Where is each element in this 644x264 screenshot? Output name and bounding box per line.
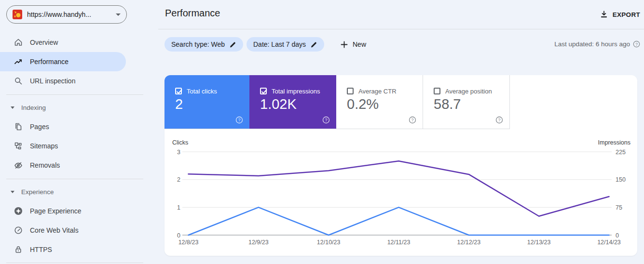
sidebar-section-indexing[interactable]: Indexing [0, 100, 126, 115]
checkbox-icon[interactable] [260, 88, 267, 94]
sidebar-item-overview[interactable]: Overview [0, 33, 126, 52]
metric-value: 58.7 [434, 96, 461, 112]
home-icon [14, 38, 23, 47]
metric-label: Total impressions [272, 88, 320, 95]
sidebar-item-https[interactable]: HTTPS [0, 240, 126, 259]
metric-card-total-impressions[interactable]: Total impressions 1.02K ? [249, 75, 336, 129]
sidebar-item-page-experience[interactable]: Page Experience [0, 201, 126, 221]
help-icon[interactable]: ? [409, 116, 416, 124]
chevron-down-icon [116, 13, 121, 16]
last-updated-text: Last updated: 6 hours ago [554, 40, 630, 48]
sidebar-item-sitemaps[interactable]: Sitemaps [0, 136, 126, 156]
sidebar-item-label: Core Web Vitals [30, 226, 79, 234]
sidebar-item-label: Overview [30, 39, 58, 46]
svg-text:1: 1 [177, 204, 180, 211]
checkbox-icon[interactable] [434, 88, 440, 94]
metric-card-average-position[interactable]: Average position 58.7 ? [423, 75, 510, 129]
performance-chart: 012307515022512/8/2312/9/2312/10/2312/11… [164, 145, 637, 256]
sidebar-item-label: Removals [30, 161, 60, 169]
sidebar-divider [6, 94, 143, 95]
svg-text:12/13/23: 12/13/23 [527, 239, 551, 246]
sidebar-item-core-web-vitals[interactable]: Core Web Vitals [0, 221, 126, 240]
sidebar-item-label: HTTPS [30, 246, 52, 253]
svg-text:12/12/23: 12/12/23 [457, 239, 480, 246]
sidebar-section-experience[interactable]: Experience [0, 184, 126, 199]
svg-text:?: ? [325, 118, 327, 122]
sidebar-item-url-inspection[interactable]: URL inspection [0, 71, 126, 91]
svg-text:0: 0 [616, 232, 619, 239]
checkbox-icon[interactable] [175, 88, 182, 94]
download-icon [600, 11, 608, 18]
triangle-collapse-icon [11, 191, 14, 193]
svg-text:12/14/23: 12/14/23 [597, 239, 621, 246]
sidebar-item-label: Performance [30, 58, 69, 66]
export-label: EXPORT [613, 11, 640, 18]
svg-text:2: 2 [177, 176, 180, 183]
triangle-collapse-icon [11, 106, 14, 109]
section-label: Indexing [21, 104, 46, 111]
svg-text:12/9/23: 12/9/23 [248, 239, 269, 246]
site-favicon-icon [13, 10, 22, 19]
export-button[interactable]: EXPORT [600, 9, 640, 20]
cards-divider [164, 129, 510, 129]
performance-icon [14, 57, 23, 66]
metric-label: Average position [445, 88, 492, 95]
svg-text:3: 3 [177, 149, 180, 156]
section-label: Experience [21, 188, 54, 196]
sidebar-item-label: Page Experience [30, 207, 82, 215]
plus-icon [340, 40, 348, 49]
svg-text:?: ? [238, 118, 240, 122]
sidebar-divider [6, 179, 143, 179]
sidebar-item-label: Pages [30, 123, 49, 131]
checkmark-icon [260, 88, 268, 95]
new-filter-button[interactable]: New [337, 37, 369, 52]
svg-text:12/8/23: 12/8/23 [178, 239, 199, 246]
svg-text:?: ? [498, 118, 500, 122]
search-icon [14, 76, 23, 86]
metric-value: 0.2% [347, 96, 379, 112]
metric-value: 1.02K [260, 96, 297, 112]
metric-card-average-ctr[interactable]: Average CTR 0.2% ? [336, 75, 423, 129]
sidebar-item-removals[interactable]: Removals [0, 156, 126, 175]
sidebar-item-label: Sitemaps [30, 142, 58, 150]
help-icon[interactable]: ? [235, 116, 243, 124]
new-label: New [353, 40, 366, 48]
gauge-icon [14, 225, 23, 235]
sidebar-divider [6, 263, 143, 263]
performance-report-panel: Total clicks 2 ? Total impressions 1.02K… [164, 75, 637, 256]
sitemaps-icon [14, 141, 23, 151]
eye-off-icon [14, 160, 23, 170]
last-updated-status: Last updated: 6 hours ago ? [554, 40, 640, 48]
property-url: https://www.handyh... [27, 11, 111, 18]
sidebar-item-label: URL inspection [30, 77, 75, 85]
property-selector[interactable]: https://www.handyh... [6, 5, 127, 24]
metric-card-total-clicks[interactable]: Total clicks 2 ? [164, 75, 249, 129]
sidebar-item-pages[interactable]: Pages [0, 117, 126, 136]
header-divider [158, 29, 644, 29]
edit-pencil-icon [310, 41, 317, 48]
svg-text:12/11/23: 12/11/23 [387, 239, 411, 246]
chip-label: Search type: Web [171, 40, 225, 48]
pages-icon [14, 122, 23, 132]
svg-text:?: ? [411, 118, 413, 122]
sidebar-item-performance[interactable]: Performance [0, 52, 126, 71]
checkmark-icon [176, 88, 183, 95]
svg-text:225: 225 [616, 149, 626, 156]
page-experience-icon [14, 206, 23, 216]
page-title: Performance [165, 8, 220, 19]
edit-pencil-icon [229, 41, 236, 48]
svg-text:150: 150 [616, 176, 626, 183]
help-icon[interactable]: ? [633, 40, 640, 48]
checkbox-icon[interactable] [347, 88, 354, 94]
help-icon[interactable]: ? [322, 116, 330, 124]
metric-label: Total clicks [187, 88, 217, 95]
lock-icon [14, 245, 23, 254]
chip-label: Date: Last 7 days [253, 40, 306, 48]
metric-value: 2 [175, 96, 183, 112]
svg-text:0: 0 [177, 232, 180, 239]
date-filter-chip[interactable]: Date: Last 7 days [247, 37, 324, 52]
help-icon[interactable]: ? [495, 116, 503, 124]
svg-text:75: 75 [616, 204, 622, 211]
search-type-filter-chip[interactable]: Search type: Web [164, 37, 243, 52]
svg-text:?: ? [635, 42, 638, 47]
